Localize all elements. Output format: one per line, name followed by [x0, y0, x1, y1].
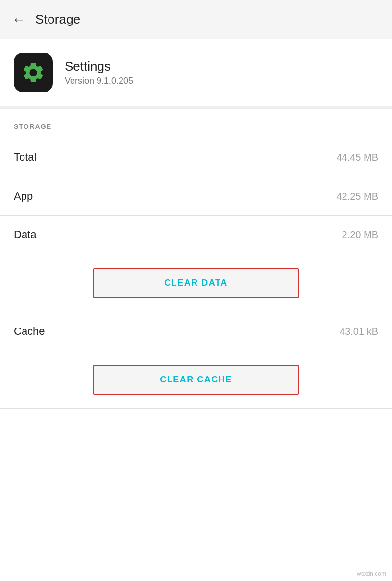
app-value: 42.25 MB: [336, 191, 378, 202]
app-label: App: [14, 190, 33, 202]
data-row: Data 2.20 MB: [0, 216, 392, 254]
cache-value: 43.01 kB: [340, 326, 378, 337]
app-icon: [14, 53, 53, 92]
app-version: Version 9.1.0.205: [65, 76, 133, 86]
app-name: Settings: [65, 59, 133, 74]
cache-row: Cache 43.01 kB: [0, 312, 392, 351]
data-value: 2.20 MB: [342, 229, 378, 241]
app-text: Settings Version 9.1.0.205: [65, 59, 133, 86]
back-button[interactable]: ←: [12, 13, 25, 26]
total-value: 44.45 MB: [336, 152, 378, 163]
app-row: App 42.25 MB: [0, 177, 392, 216]
watermark: wsxdn.com: [357, 570, 386, 577]
app-info-section: Settings Version 9.1.0.205: [0, 39, 392, 109]
clear-cache-area: CLEAR CACHE: [0, 351, 392, 409]
total-label: Total: [14, 151, 36, 164]
cache-label: Cache: [14, 325, 45, 338]
total-row: Total 44.45 MB: [0, 138, 392, 177]
data-label: Data: [14, 228, 36, 241]
storage-section: STORAGE Total 44.45 MB App 42.25 MB Data…: [0, 109, 392, 409]
clear-cache-button[interactable]: CLEAR CACHE: [93, 365, 299, 395]
storage-section-label: STORAGE: [0, 109, 392, 138]
clear-data-button[interactable]: CLEAR DATA: [93, 268, 299, 298]
gear-icon: [21, 60, 46, 85]
page-title: Storage: [35, 12, 80, 27]
clear-data-area: CLEAR DATA: [0, 254, 392, 312]
toolbar: ← Storage: [0, 0, 392, 39]
